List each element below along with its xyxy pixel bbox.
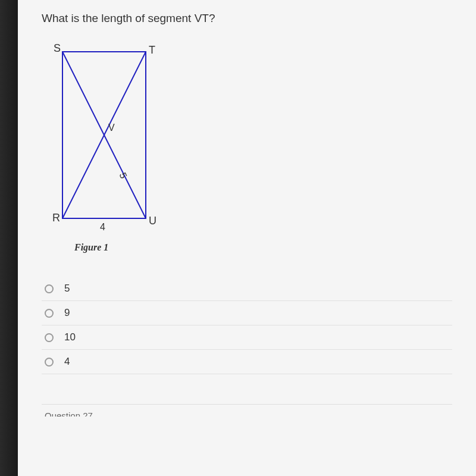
answer-option-2[interactable]: 9	[42, 301, 452, 325]
radio-icon	[45, 309, 54, 318]
answer-option-4[interactable]: 4	[42, 350, 452, 374]
answer-label: 4	[64, 356, 70, 368]
label-t: T	[149, 44, 155, 56]
question-prompt: What is the length of segment VT?	[42, 12, 452, 25]
quiz-screen: What is the length of segment VT? S T R …	[18, 0, 476, 476]
figure-1: S T R U V 4 5 Figure 1	[48, 43, 452, 253]
label-u: U	[149, 215, 156, 227]
radio-icon	[45, 284, 54, 293]
label-bottom-4: 4	[100, 222, 105, 232]
radio-icon	[45, 333, 54, 342]
label-v: V	[108, 123, 115, 133]
answer-option-1[interactable]: 5	[42, 277, 452, 301]
answer-label: 5	[64, 283, 70, 295]
figure-caption: Figure 1	[74, 242, 452, 253]
answer-label: 9	[64, 307, 70, 319]
answer-label: 10	[64, 331, 76, 343]
radio-icon	[45, 358, 54, 367]
label-diag-5: 5	[118, 171, 129, 180]
label-r: R	[52, 212, 60, 224]
answer-option-3[interactable]: 10	[42, 325, 452, 350]
label-s: S	[54, 43, 61, 54]
rectangle-diagram: S T R U V 4 5	[48, 43, 167, 239]
next-question-header: Question 27	[42, 404, 452, 416]
answer-list: 5 9 10 4	[42, 277, 452, 374]
